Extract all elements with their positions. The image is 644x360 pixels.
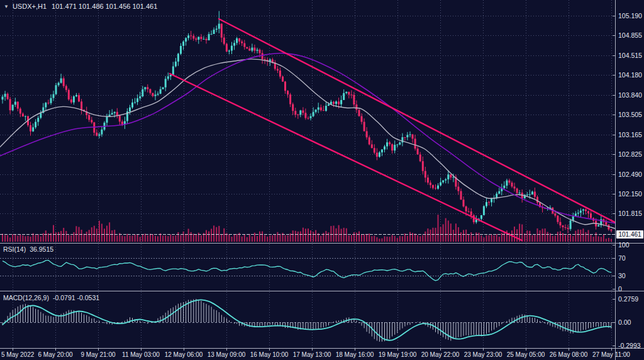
svg-text:103.165: 103.165 xyxy=(618,131,642,138)
svg-text:100: 100 xyxy=(618,241,630,249)
rsi-indicator-label: RSI(14)36.9515 xyxy=(3,245,53,253)
svg-text:26 May 08:00: 26 May 08:00 xyxy=(550,351,588,358)
panel-separators xyxy=(0,0,644,360)
svg-text:102.490: 102.490 xyxy=(618,171,642,178)
price-axis[interactable]: 105.190104.855104.515104.180103.840103.5… xyxy=(613,12,642,349)
mt4-chart-window: 105.190104.855104.515104.180103.840103.5… xyxy=(0,0,644,360)
time-axis[interactable]: 5 May 20226 May 20:009 May 21:0011 May 0… xyxy=(1,349,630,359)
svg-text:25 May 05:00: 25 May 05:00 xyxy=(507,351,545,358)
svg-text:102.825: 102.825 xyxy=(618,150,642,158)
chart-header: ▼ USDX+,H1 101.471 101.486 101.456 101.4… xyxy=(4,3,157,10)
svg-text:27 May 11:00: 27 May 11:00 xyxy=(592,351,630,358)
svg-text:11 May 03:00: 11 May 03:00 xyxy=(122,351,160,358)
svg-text:23 May 23:00: 23 May 23:00 xyxy=(464,351,502,358)
svg-text:105.190: 105.190 xyxy=(618,12,642,20)
macd-indicator-label: MACD(12,26,9)-0.0791 -0.0531 xyxy=(3,294,99,301)
svg-text:104.515: 104.515 xyxy=(618,52,642,59)
svg-text:0.00: 0.00 xyxy=(618,318,631,326)
macd-histogram xyxy=(3,299,611,342)
svg-text:13 May 09:00: 13 May 09:00 xyxy=(208,351,246,358)
svg-text:102.150: 102.150 xyxy=(618,190,642,198)
rsi-label: RSI(14) xyxy=(3,245,26,253)
svg-text:104.180: 104.180 xyxy=(618,71,642,79)
current-price-tag: 101.461 xyxy=(616,230,643,239)
macd-signal-line xyxy=(3,300,611,340)
chart-canvas[interactable]: 105.190104.855104.515104.180103.840103.5… xyxy=(0,0,644,360)
svg-text:12 May 06:00: 12 May 06:00 xyxy=(165,351,203,358)
rsi-value: 36.9515 xyxy=(30,245,53,253)
svg-text:20 May 22:00: 20 May 22:00 xyxy=(421,351,460,358)
trendline-lower-channel[interactable] xyxy=(170,74,522,240)
svg-text:-0.2993: -0.2993 xyxy=(618,342,641,349)
macd-values: -0.0791 -0.0531 xyxy=(53,294,99,301)
svg-text:18 May 16:00: 18 May 16:00 xyxy=(336,351,374,358)
ma-gray-line xyxy=(0,59,615,228)
symbol-dropdown-icon[interactable]: ▼ xyxy=(4,4,9,9)
svg-text:0: 0 xyxy=(618,285,622,293)
svg-text:17 May 13:00: 17 May 13:00 xyxy=(293,351,331,358)
svg-text:103.505: 103.505 xyxy=(618,111,642,118)
svg-text:0.2759: 0.2759 xyxy=(618,295,638,303)
trendline-upper-channel[interactable] xyxy=(219,19,614,222)
volume-bars xyxy=(2,215,612,242)
svg-text:6 May 20:00: 6 May 20:00 xyxy=(38,351,72,358)
svg-text:101.815: 101.815 xyxy=(618,210,642,217)
candles xyxy=(2,11,613,233)
svg-text:5 May 2022: 5 May 2022 xyxy=(1,351,35,358)
ohlc-values: 101.471 101.486 101.456 101.461 xyxy=(52,3,157,10)
svg-text:9 May 21:00: 9 May 21:00 xyxy=(80,351,115,358)
svg-text:70: 70 xyxy=(618,254,626,262)
svg-text:104.855: 104.855 xyxy=(618,31,642,39)
svg-text:103.840: 103.840 xyxy=(618,91,642,99)
chart-title: USDX+,H1 xyxy=(13,3,47,10)
svg-text:16 May 10:00: 16 May 10:00 xyxy=(250,351,289,358)
rsi-line xyxy=(3,260,611,280)
macd-label: MACD(12,26,9) xyxy=(3,294,49,301)
svg-text:30: 30 xyxy=(618,272,626,279)
svg-text:19 May 19:00: 19 May 19:00 xyxy=(379,351,417,358)
